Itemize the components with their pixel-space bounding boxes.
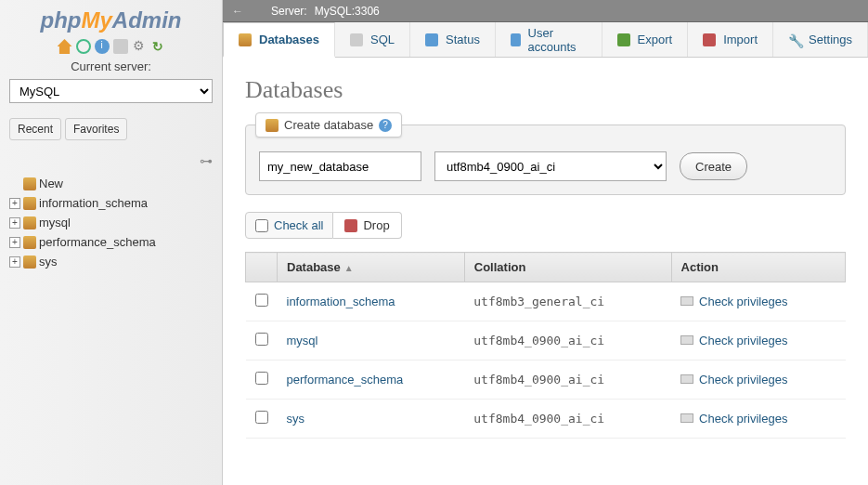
db-link[interactable]: sys [287,412,305,426]
import-icon [703,33,716,46]
check-privileges-link[interactable]: Check privileges [680,295,787,308]
create-database-legend: Create database ? [255,112,402,138]
tab-status[interactable]: Status [410,22,496,57]
drop-label: Drop [363,218,389,232]
tree-item-label: sys [39,255,58,269]
breadcrumb: ← Server: MySQL:3306 [223,0,868,22]
table-row: performance_schema utf8mb4_0900_ai_ci Ch… [246,360,846,400]
row-collation: utf8mb4_0900_ai_ci [464,321,671,360]
sql-window-icon[interactable] [113,39,128,54]
favorites-tab[interactable]: Favorites [65,118,127,140]
privileges-icon [680,374,693,384]
expand-icon[interactable]: + [9,217,20,229]
drop-button[interactable]: Drop [333,212,401,239]
content: Databases Create database ? utf8mb4_0900… [223,58,868,485]
link-icon[interactable]: ⊶ [9,153,213,168]
row-checkbox[interactable] [255,372,268,385]
tree-item-label: mysql [39,216,71,229]
table-row: information_schema utf8mb3_general_ci Ch… [246,282,846,321]
logo-part-my: My [81,7,111,33]
tab-label: Settings [809,33,852,46]
privileges-icon [680,335,693,345]
db-link[interactable]: performance_schema [287,373,404,387]
reload-icon[interactable]: ↻ [150,39,165,54]
tab-databases[interactable]: Databases [223,22,335,58]
expand-icon[interactable]: + [9,256,20,268]
db-link[interactable]: mysql [287,334,318,347]
logo-part-admin: Admin [112,7,182,33]
th-action: Action [671,253,845,282]
check-all-checkbox[interactable] [255,219,268,232]
expand-icon[interactable]: + [9,237,20,248]
tree-item[interactable]: + information_schema [9,193,213,213]
tab-label: Import [723,33,758,46]
th-check [246,253,278,282]
tab-sql[interactable]: SQL [335,22,410,57]
tab-label: Export [638,33,673,46]
sidebar-tabs: Recent Favorites [9,118,213,140]
drop-icon [344,219,357,232]
breadcrumb-server-value[interactable]: MySQL:3306 [315,5,380,18]
privileges-icon [680,413,693,423]
tree-item[interactable]: + sys [9,252,213,271]
wrench-icon: 🔧 [788,33,801,46]
sort-asc-icon: ▲ [344,263,354,273]
sql-icon [350,33,363,46]
row-checkbox[interactable] [255,411,268,424]
tree-item-label: information_schema [39,196,148,210]
tree-item[interactable]: + mysql [9,213,213,232]
database-icon [239,33,252,46]
tab-export[interactable]: Export [602,22,689,57]
db-name-input[interactable] [259,151,421,181]
tree-item-label: performance_schema [39,235,156,249]
current-server-label: Current server: [9,59,213,73]
breadcrumb-server-label: Server: [271,5,307,18]
check-all[interactable]: Check all [245,212,333,239]
row-checkbox[interactable] [255,333,268,346]
database-icon [23,216,36,229]
logo[interactable]: phpMyAdmin [9,7,213,33]
row-collation: utf8mb4_0900_ai_ci [464,360,671,400]
tab-label: Status [446,33,480,46]
th-database[interactable]: Database▲ [278,253,465,282]
database-table: Database▲ Collation Action information_s… [245,252,846,439]
collapse-nav-icon[interactable]: ← [232,5,243,18]
new-db-icon [266,119,279,132]
database-icon [23,236,36,249]
create-button[interactable]: Create [680,152,747,180]
tree-item[interactable]: + performance_schema [9,232,213,252]
collation-select[interactable]: utf8mb4_0900_ai_ci [434,151,667,181]
row-checkbox[interactable] [255,294,268,307]
th-collation[interactable]: Collation [464,253,671,282]
docs-icon[interactable]: i [95,39,110,54]
privileges-icon [680,296,693,306]
settings-icon[interactable]: ⚙ [132,39,147,54]
tab-import[interactable]: Import [688,22,773,57]
tab-settings[interactable]: 🔧 Settings [773,22,868,57]
logo-part-php: php [41,7,82,33]
sidebar-iconbar: i ⚙ ↻ [9,39,213,54]
database-icon [23,197,36,210]
logout-icon[interactable] [76,39,91,54]
check-privileges-link[interactable]: Check privileges [680,373,787,387]
new-db-icon [23,177,36,190]
tree-new-label: New [39,177,63,190]
create-database-fieldset: Create database ? utf8mb4_0900_ai_ci Cre… [245,125,846,195]
topnav: Databases SQL Status User accounts Expor… [223,22,868,58]
status-icon [425,33,438,46]
sidebar: phpMyAdmin i ⚙ ↻ Current server: MySQL R… [0,0,223,485]
expand-icon[interactable]: + [9,198,20,209]
help-icon[interactable]: ? [379,119,392,132]
tab-label: SQL [370,33,395,46]
tab-users[interactable]: User accounts [496,22,602,57]
tree-new[interactable]: New [9,174,213,193]
db-link[interactable]: information_schema [287,295,395,308]
recent-tab[interactable]: Recent [9,118,61,140]
tab-label: Databases [259,33,319,46]
db-tree: New + information_schema + mysql + perfo… [9,174,213,271]
check-privileges-link[interactable]: Check privileges [680,412,787,426]
home-icon[interactable] [58,39,72,54]
row-collation: utf8mb3_general_ci [464,282,671,321]
server-select[interactable]: MySQL [9,79,213,103]
check-privileges-link[interactable]: Check privileges [680,334,787,347]
